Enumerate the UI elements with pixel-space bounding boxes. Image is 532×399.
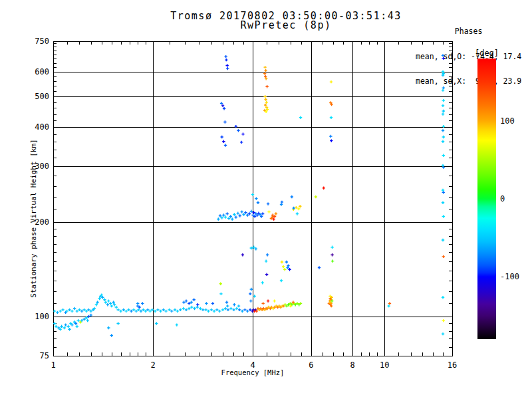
y-tick-label: 500 (35, 92, 49, 101)
y-tick-label: 750 (35, 37, 49, 46)
scatter-plot-canvas: 75100200300400500600750124681016[deg]100… (0, 0, 532, 399)
y-tick-label: 75 (40, 351, 49, 360)
y-tick-label: 300 (35, 162, 49, 171)
x-tick-label: 6 (309, 360, 313, 370)
x-tick-label: 1 (51, 360, 55, 370)
colorbar-tick-label: -100 (500, 272, 519, 281)
x-tick-label: 4 (250, 360, 255, 370)
ionogram-screen: Tromsø 20170802 03:50:00-03:51:43RwPrete… (0, 0, 532, 399)
y-tick-label: 600 (35, 67, 49, 76)
x-tick-label: 2 (150, 360, 155, 370)
x-tick-label: 8 (350, 360, 354, 370)
colorbar-unit-label: [deg] (475, 49, 499, 58)
colorbar-tick-label: 100 (500, 116, 515, 126)
colorbar (477, 59, 496, 339)
tick-labels: 75100200300400500600750124681016 (35, 37, 457, 370)
y-tick-label: 200 (35, 217, 49, 227)
y-tick-label: 400 (35, 122, 49, 132)
x-tick-label: 16 (448, 360, 457, 370)
gridlines (53, 41, 452, 356)
y-tick-label: 100 (35, 312, 49, 321)
scatter-points (53, 54, 445, 337)
colorbar-tick-label: 0 (500, 194, 505, 203)
x-tick-label: 10 (380, 360, 389, 370)
